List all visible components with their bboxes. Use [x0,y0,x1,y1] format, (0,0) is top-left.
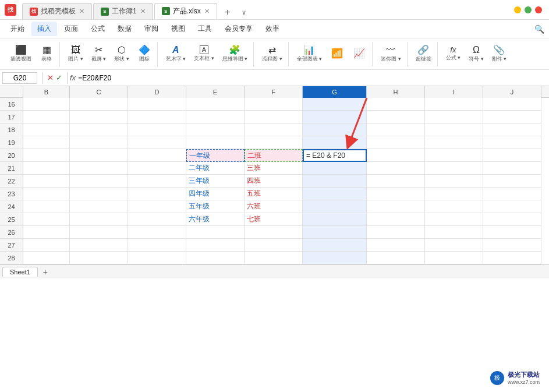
cell-J22[interactable] [483,175,541,188]
cell-C20[interactable] [70,149,128,162]
cell-G22[interactable] [303,175,367,188]
cell-F18[interactable] [245,123,303,136]
cell-H17[interactable] [367,111,425,123]
cell-J21[interactable] [483,162,541,175]
menu-tools[interactable]: 工具 [192,22,218,36]
tool-sparkline[interactable]: 〰 迷你图 ▾ [377,43,405,65]
cell-I19[interactable] [425,136,483,149]
cell-I23[interactable] [425,188,483,200]
search-icon[interactable]: 🔍 [534,24,544,34]
col-header-H[interactable]: H [367,86,425,98]
cell-B28[interactable] [23,252,70,264]
cell-C23[interactable] [70,188,128,200]
tab-workbook1[interactable]: S 工作簿1 ✕ [93,3,153,19]
tool-all-charts[interactable]: 📊 全部图表 ▾ [293,43,326,65]
menu-vip[interactable]: 会员专享 [219,22,258,36]
minimize-button[interactable] [514,6,521,13]
cell-G17[interactable] [303,111,367,123]
cell-E22[interactable]: 三年级 [186,175,245,188]
cell-B23[interactable] [23,188,70,200]
tab-product[interactable]: S 产品.xlsx ✕ [154,3,217,19]
cell-B16[interactable] [23,98,70,111]
cell-D21[interactable] [128,162,186,175]
cell-G27[interactable] [303,239,367,252]
cell-J26[interactable] [483,226,541,239]
cell-D20[interactable] [128,149,186,162]
col-header-D[interactable]: D [128,86,186,98]
cell-D16[interactable] [128,98,186,111]
menu-formula[interactable]: 公式 [85,22,111,36]
cell-D28[interactable] [128,252,186,264]
tool-pivot-view[interactable]: ⬛ 插透视图 [7,43,35,65]
cell-H28[interactable] [367,252,425,264]
tool-image[interactable]: 🖼 图片 ▾ [65,43,87,65]
cell-D23[interactable] [128,188,186,200]
cell-C28[interactable] [70,252,128,264]
tab-template[interactable]: 找 找稻壳模板 ✕ [22,3,92,19]
tool-bar-chart[interactable]: 📶 [327,43,348,65]
cell-D18[interactable] [128,123,186,136]
cell-H27[interactable] [367,239,425,252]
cell-H16[interactable] [367,98,425,111]
cell-I18[interactable] [425,123,483,136]
cell-C27[interactable] [70,239,128,252]
col-header-C[interactable]: C [70,86,128,98]
tool-wordart[interactable]: A 艺术字 ▾ [162,43,190,65]
menu-data[interactable]: 数据 [112,22,137,36]
tool-flowchart[interactable]: ⇄ 流程图 ▾ [258,43,286,65]
cell-C17[interactable] [70,111,128,123]
cell-D22[interactable] [128,175,186,188]
cell-F22[interactable]: 四班 [245,175,303,188]
cell-C19[interactable] [70,136,128,149]
cell-G20[interactable]: = E20 & F20 [303,149,367,162]
cell-C18[interactable] [70,123,128,136]
cell-F21[interactable]: 三班 [245,162,303,175]
col-header-G[interactable]: G [303,86,367,98]
tool-screenshot[interactable]: ✂ 截屏 ▾ [88,43,110,65]
formula-confirm-icon[interactable]: ✓ [56,73,62,82]
cell-D26[interactable] [128,226,186,239]
cell-I26[interactable] [425,226,483,239]
cell-E27[interactable] [186,239,245,252]
more-tabs-button[interactable]: ∨ [237,5,251,19]
cell-J23[interactable] [483,188,541,200]
cell-E24[interactable]: 五年级 [186,200,245,213]
cell-F26[interactable] [245,226,303,239]
tool-mindmap[interactable]: 🧩 思维导图 ▾ [219,43,252,65]
cell-F17[interactable] [245,111,303,123]
col-header-I[interactable]: I [425,86,483,98]
cell-E18[interactable] [186,123,245,136]
tool-attachment[interactable]: 📎 附件 ▾ [488,43,511,65]
cell-E16[interactable] [186,98,245,111]
cell-D24[interactable] [128,200,186,213]
cell-F19[interactable] [245,136,303,149]
tab-close-product[interactable]: ✕ [204,8,210,15]
cell-J27[interactable] [483,239,541,252]
cell-I21[interactable] [425,162,483,175]
cell-B26[interactable] [23,226,70,239]
cell-G26[interactable] [303,226,367,239]
cell-E17[interactable] [186,111,245,123]
cell-H22[interactable] [367,175,425,188]
tool-textbox[interactable]: A 文本框 ▾ [190,43,218,65]
tool-line-chart[interactable]: 📈 [349,43,370,65]
tool-table[interactable]: ▦ 表格 [36,43,57,65]
cell-D19[interactable] [128,136,186,149]
cell-B19[interactable] [23,136,70,149]
cell-H20[interactable] [367,149,425,162]
maximize-button[interactable] [525,6,532,13]
cell-H19[interactable] [367,136,425,149]
cell-F28[interactable] [245,252,303,264]
cell-I27[interactable] [425,239,483,252]
menu-review[interactable]: 审阅 [139,22,164,36]
cell-D27[interactable] [128,239,186,252]
cell-E26[interactable] [186,226,245,239]
formula-cancel-icon[interactable]: ✕ [47,73,54,82]
sheet-tab-sheet1[interactable]: Sheet1 [2,267,38,277]
cell-J28[interactable] [483,252,541,264]
tool-icon-insert[interactable]: 🔷 图标 [134,43,155,65]
cell-D25[interactable] [128,213,186,226]
cell-G25[interactable] [303,213,367,226]
cell-I25[interactable] [425,213,483,226]
cell-H18[interactable] [367,123,425,136]
